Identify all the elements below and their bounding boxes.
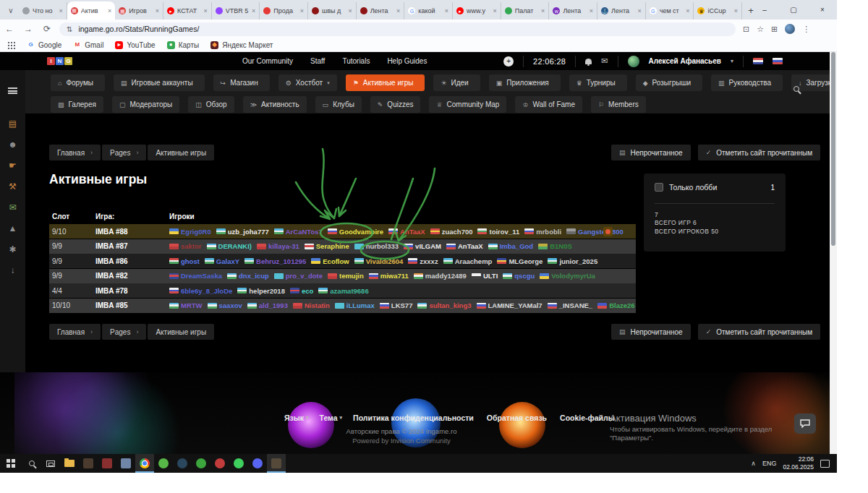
stats-icon[interactable]: ▲	[9, 224, 17, 233]
tab-close-icon[interactable]: ×	[686, 7, 689, 14]
player[interactable]: Blaze26	[597, 301, 634, 309]
utility-link[interactable]: Tutorials	[342, 57, 370, 65]
bookmark-item[interactable]: M Gmail	[73, 41, 103, 49]
back-icon[interactable]: ←	[0, 24, 19, 34]
browser-tab[interactable]: ▸ КСТАТ ×	[163, 2, 212, 20]
browser-tab[interactable]: швы д ×	[308, 2, 357, 20]
player[interactable]: ArCaNTos7	[274, 228, 323, 236]
browser-tab[interactable]: ▦ Игров ×	[115, 2, 163, 20]
browser-tab[interactable]: ♛ iCCup ×	[694, 2, 742, 20]
plus-circle-icon[interactable]: +	[503, 56, 514, 67]
player[interactable]: DreamSaska	[169, 272, 222, 280]
breadcrumb-pages[interactable]: Pages›	[102, 145, 146, 160]
breadcrumb-home[interactable]: Главная›	[49, 145, 101, 160]
breadcrumb-pages[interactable]: Pages›	[102, 324, 146, 340]
game-name[interactable]: IMBA #86	[95, 257, 169, 265]
player[interactable]: zuach700	[430, 228, 473, 236]
site-logo[interactable]: I N G	[47, 57, 72, 65]
game-name[interactable]: IMBA #85	[95, 301, 169, 309]
tab-close-icon[interactable]: ×	[108, 7, 111, 14]
game-row[interactable]: 4/4 IMBA #78 6ble6y_8_JloDe	[49, 283, 636, 298]
player[interactable]: GalaxY	[205, 257, 239, 265]
search-button[interactable]	[22, 454, 41, 473]
browser-tab[interactable]: G какой ×	[404, 2, 453, 20]
player[interactable]: vILGAM	[404, 242, 441, 250]
tab-close-icon[interactable]: ×	[637, 7, 641, 14]
nav-item[interactable]: ✎ Quizzes	[370, 96, 421, 113]
nav-item[interactable]: ⌂ Форумы	[51, 74, 105, 91]
language-flag-ru-icon[interactable]	[773, 58, 783, 64]
player[interactable]: Ecoflow	[311, 257, 349, 265]
player[interactable]: MRTW	[169, 301, 203, 309]
player[interactable]: toirov_11	[477, 228, 519, 236]
bookmark-item[interactable]: G Google	[27, 41, 61, 49]
player[interactable]: LKS77	[380, 301, 413, 309]
task-view-button[interactable]	[41, 454, 60, 473]
nav-item[interactable]: ◫ Обзор	[188, 96, 234, 113]
player[interactable]: Seraphine	[305, 242, 349, 250]
player[interactable]: miwa711	[369, 272, 409, 280]
player[interactable]: DERANKI)	[207, 242, 252, 250]
flower-icon[interactable]: ✱	[9, 245, 16, 254]
nav-item[interactable]: ⚙ Хостбот ▾	[278, 74, 337, 91]
nvidia-icon[interactable]	[154, 454, 173, 473]
nav-item[interactable]: ▥ Руководства	[711, 74, 783, 91]
player[interactable]: maddy12489	[414, 272, 467, 280]
nav-item[interactable]: ♔ Wall of Fame	[515, 96, 582, 113]
mark-read-button[interactable]: ✓Отметить сайт прочитанным	[698, 145, 821, 160]
nav-item[interactable]: ≫ Активность	[243, 96, 307, 113]
tab-close-icon[interactable]: ×	[590, 7, 593, 14]
player[interactable]: helper2018	[237, 287, 285, 295]
tab-close-icon[interactable]: ×	[493, 7, 496, 14]
user-icon[interactable]: ☻	[8, 140, 17, 149]
tab-close-icon[interactable]: ×	[252, 7, 255, 14]
tools-icon[interactable]: ⚒	[9, 182, 17, 191]
bookmark-item[interactable]: ▸ YouTube	[115, 41, 155, 49]
player[interactable]: nurbol333	[354, 242, 399, 250]
nav-item[interactable]: ♕ Community Map	[429, 96, 506, 113]
nav-item[interactable]: ▤ Игровые аккаунты	[114, 74, 205, 91]
game-row[interactable]: 9/10 IMBA #88 Egrig0R0	[49, 224, 636, 239]
close-button[interactable]: ×	[808, 0, 837, 20]
player[interactable]: Vivaldi2604	[354, 257, 404, 265]
user-avatar[interactable]	[628, 56, 639, 67]
nav-item[interactable]: ♛ Турниры	[569, 74, 627, 91]
chevron-down-icon[interactable]: ▾	[731, 58, 733, 64]
utorrent-icon[interactable]	[192, 454, 210, 473]
tab-close-icon[interactable]: ×	[59, 7, 62, 14]
browser-tab[interactable]: ▦ Актив ×	[67, 1, 116, 20]
notifications-bell-icon[interactable]	[585, 59, 592, 64]
recorder-icon[interactable]	[210, 454, 229, 473]
player[interactable]: ghost	[169, 257, 200, 265]
tray-chevron-icon[interactable]: ∧	[751, 460, 756, 467]
browser-tab[interactable]: Палат ×	[501, 2, 550, 20]
forward-icon[interactable]: →	[19, 24, 38, 34]
player[interactable]: AnTaaX	[388, 228, 425, 236]
footer-link[interactable]: Язык▾	[284, 413, 309, 422]
media-app-icon[interactable]	[98, 454, 116, 473]
file-explorer-icon[interactable]	[60, 454, 79, 473]
browser-tab[interactable]: Лента ×	[357, 2, 405, 20]
player[interactable]: uzb_joha777	[216, 228, 269, 236]
game-row[interactable]: 9/9 IMBA #82 DreamSaska	[49, 269, 636, 283]
footer-link[interactable]: Cookie-файлы	[560, 413, 617, 422]
lobby-only-checkbox[interactable]	[655, 183, 663, 192]
hamburger-menu-icon[interactable]	[8, 87, 17, 94]
tab-close-icon[interactable]: ×	[445, 7, 448, 14]
player[interactable]: Nistatin	[293, 301, 330, 309]
mark-read-button[interactable]: ✓Отметить сайт прочитанным	[698, 324, 821, 340]
taskbar-clock[interactable]: 22:06 02.06.2025	[783, 455, 814, 471]
tab-close-icon[interactable]: ×	[300, 7, 304, 14]
player[interactable]: dnx_icup	[227, 272, 269, 280]
reload-icon[interactable]: ⟳	[38, 24, 56, 34]
browser-tab[interactable]: G чем ст ×	[646, 2, 694, 20]
nav-item[interactable]: ▭ Клубы	[315, 96, 362, 113]
player[interactable]: LAMINE_YAMal7	[477, 301, 542, 309]
utility-link[interactable]: Help Guides	[387, 57, 427, 65]
browser-tab[interactable]: w Лента ×	[549, 2, 597, 20]
download-icon[interactable]: ↓	[11, 266, 15, 275]
player[interactable]: mrbobli	[524, 228, 561, 236]
player[interactable]: qscgu	[503, 272, 535, 280]
tab-close-icon[interactable]: ×	[348, 7, 352, 14]
bookmark-star-icon[interactable]: ☆	[757, 25, 764, 34]
